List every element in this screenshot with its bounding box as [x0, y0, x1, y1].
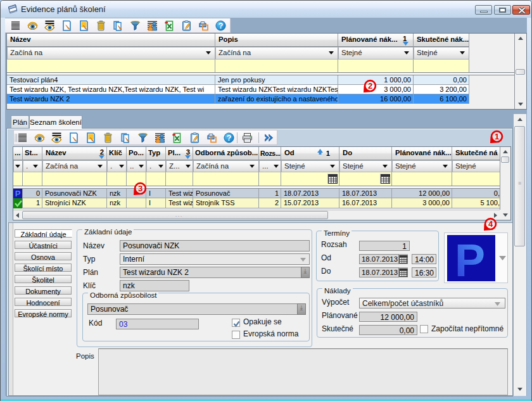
svg-text:3: 3 [138, 184, 142, 193]
svg-text:P: P [455, 235, 485, 281]
svg-text:2: 2 [368, 81, 372, 91]
svg-text:1: 1 [495, 132, 499, 141]
svg-text:P: P [15, 189, 21, 198]
svg-text:4: 4 [488, 219, 493, 229]
